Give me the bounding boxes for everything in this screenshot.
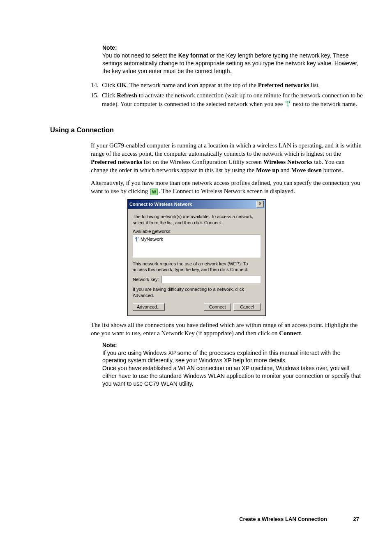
note-body: You do not need to select the Key format… (102, 52, 363, 75)
paragraph-3: The list shows all the connections you h… (91, 321, 363, 338)
note-bold: Key format (178, 52, 208, 59)
bold: OK (117, 82, 126, 88)
btn-text: dvanced... (140, 304, 161, 309)
text: and (279, 167, 291, 173)
step-14: 14. Click OK. The network name and icon … (91, 81, 363, 90)
label-text: Available (133, 229, 152, 234)
text: . The Connect to Wireless Network screen… (159, 188, 295, 194)
bold: Preferred networks (91, 159, 142, 165)
step-list: 14. Click OK. The network name and icon … (91, 81, 363, 109)
cancel-button[interactable]: Cancel (233, 303, 261, 311)
footer-title: Create a Wireless LAN Connection (239, 516, 327, 522)
text: Click (102, 92, 117, 99)
networks-listbox[interactable]: MyNetwork (133, 235, 261, 258)
label-text: etworks: (155, 229, 172, 234)
text: next to the network name. (291, 101, 357, 107)
paragraph-1: If your GC79-enabled computer is running… (91, 141, 363, 175)
dialog-intro-text: The following network(s) are available. … (133, 214, 261, 226)
note-block-1: Note: You do not need to select the Key … (102, 44, 363, 75)
step-body: Click Refresh to activate the network co… (102, 92, 363, 107)
connect-button[interactable]: Connect (204, 303, 231, 311)
note-block-2: Note: If you are using Windows XP some o… (102, 342, 363, 388)
note-heading: Note: (102, 342, 363, 348)
label-text: Network (133, 277, 150, 282)
page-content: Note: You do not need to select the Key … (0, 0, 392, 404)
section-heading: Using a Connection (50, 126, 363, 134)
page-number: 27 (353, 516, 359, 522)
paragraph-2: Alternatively, if you have more than one… (91, 179, 363, 196)
available-networks-label: Available networks: (133, 229, 261, 234)
label-text: ey: (153, 277, 159, 282)
difficulty-text: If you are having difficulty connecting … (133, 286, 261, 298)
note-body: If you are using Windows XP some of the … (102, 349, 363, 388)
step-number: 15. (91, 91, 99, 100)
antenna-icon (134, 236, 139, 242)
text: list on the Wireless Configuration Utili… (142, 159, 263, 165)
text: . (301, 330, 303, 336)
text: Click (102, 82, 117, 88)
note-heading: Note: (102, 44, 363, 51)
page-footer: Create a Wireless LAN Connection 27 (239, 516, 359, 522)
bold: Preferred networks (258, 82, 309, 88)
close-icon[interactable]: × (256, 201, 264, 207)
note-text: You do not need to select the (102, 52, 178, 59)
advanced-button[interactable]: Advanced... (133, 303, 165, 311)
network-key-row: Network key: (133, 276, 261, 283)
network-key-label: Network key: (133, 277, 159, 282)
bold: Refresh (117, 92, 137, 99)
dialog-screenshot: Connect to Wireless Network × The follow… (127, 199, 363, 316)
step-number: 14. (91, 81, 99, 90)
antenna-icon (285, 100, 291, 109)
text: . The network name and icon appear at th… (127, 82, 258, 88)
bold: Move down (291, 167, 322, 173)
network-name: MyNetwork (141, 237, 163, 242)
text: buttons. (322, 167, 343, 173)
network-key-input[interactable] (161, 276, 261, 283)
text: list. (309, 82, 320, 88)
list-item[interactable]: MyNetwork (134, 236, 259, 242)
dialog-button-row: Advanced... Connect Cancel (133, 303, 261, 311)
wep-text: This network requires the use of a netwo… (133, 261, 261, 273)
dialog-titlebar: Connect to Wireless Network × (128, 200, 265, 209)
bold: Wireless Networks (263, 159, 313, 165)
bold: Move up (256, 167, 279, 173)
bold: Connect (279, 330, 301, 336)
dialog-body: The following network(s) are available. … (128, 209, 265, 315)
wireless-w-icon: W (150, 189, 158, 195)
text: The list shows all the connections you h… (91, 322, 357, 336)
dialog-title: Connect to Wireless Network (129, 202, 192, 207)
text: If your GC79-enabled computer is running… (91, 142, 362, 157)
btn-text: onnect (212, 304, 226, 309)
right-button-group: Connect Cancel (204, 303, 261, 311)
step-body: Click OK. The network name and icon appe… (102, 82, 320, 88)
connect-wireless-dialog: Connect to Wireless Network × The follow… (127, 199, 266, 316)
step-15: 15. Click Refresh to activate the networ… (91, 91, 363, 109)
